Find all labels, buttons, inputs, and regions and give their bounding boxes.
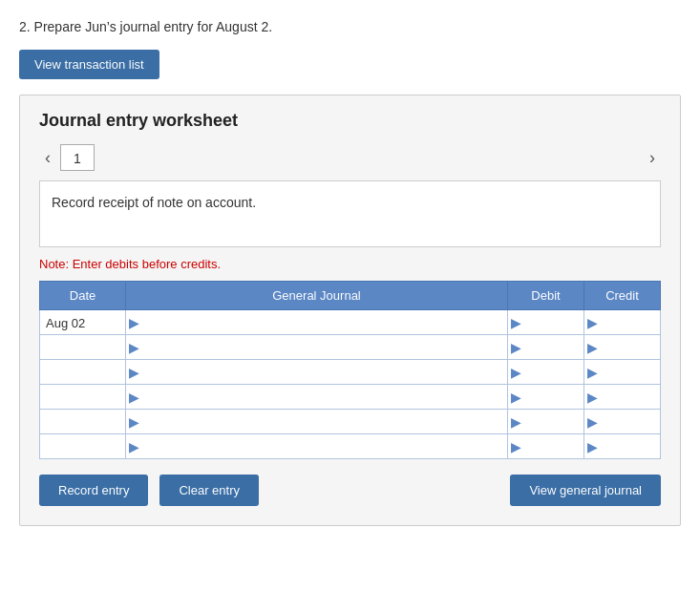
date-input[interactable] [40, 434, 125, 458]
row-arrow-icon: ▶ [126, 414, 142, 430]
prev-page-button[interactable]: ‹ [39, 146, 56, 170]
table-row: ▶▶▶ [40, 360, 661, 385]
general-journal-input[interactable] [142, 412, 507, 431]
debit-input[interactable] [524, 437, 583, 455]
buttons-row: Record entry Clear entry View general jo… [39, 475, 661, 506]
date-cell[interactable] [40, 360, 126, 385]
debit-cell[interactable]: ▶ [508, 310, 584, 335]
next-page-button[interactable]: › [644, 146, 661, 170]
general-journal-input[interactable] [142, 313, 507, 331]
date-input[interactable] [40, 335, 125, 359]
debit-arrow-icon: ▶ [508, 340, 524, 355]
worksheet-title: Journal entry worksheet [39, 111, 661, 131]
credit-arrow-icon: ▶ [584, 390, 601, 405]
header-debit: Debit [508, 282, 584, 310]
header-general-journal: General Journal [126, 282, 508, 310]
table-row: Aug 02▶▶▶ [40, 310, 661, 335]
row-arrow-icon: ▶ [126, 439, 142, 454]
row-arrow-icon: ▶ [126, 365, 142, 380]
date-input[interactable] [40, 360, 125, 384]
table-row: ▶▶▶ [40, 410, 661, 434]
debit-cell[interactable]: ▶ [508, 360, 584, 385]
worksheet-container: Journal entry worksheet ‹ 1 › Record rec… [19, 95, 681, 526]
general-journal-input[interactable] [142, 363, 507, 381]
debit-arrow-icon: ▶ [508, 414, 524, 430]
date-value: Aug 02 [40, 314, 91, 332]
clear-entry-button[interactable]: Clear entry [159, 475, 259, 506]
credit-cell[interactable]: ▶ [584, 335, 661, 360]
general-journal-input[interactable] [142, 388, 507, 406]
current-page: 1 [60, 144, 95, 171]
row-arrow-icon: ▶ [126, 315, 142, 330]
date-cell[interactable] [40, 335, 126, 360]
view-general-journal-button[interactable]: View general journal [510, 475, 661, 506]
debit-input[interactable] [524, 313, 583, 331]
journal-table: Date General Journal Debit Credit Aug 02… [39, 281, 661, 459]
credit-input[interactable] [601, 338, 660, 356]
general-journal-cell[interactable]: ▶ [126, 410, 508, 434]
credit-cell[interactable]: ▶ [584, 360, 661, 385]
credit-arrow-icon: ▶ [584, 340, 601, 355]
date-cell[interactable]: Aug 02 [40, 310, 126, 335]
general-journal-cell[interactable]: ▶ [126, 335, 508, 360]
nav-left: ‹ 1 [39, 144, 95, 171]
debit-input[interactable] [524, 388, 583, 406]
credit-cell[interactable]: ▶ [584, 434, 661, 459]
debit-arrow-icon: ▶ [508, 315, 524, 330]
row-arrow-icon: ▶ [126, 390, 142, 405]
debit-arrow-icon: ▶ [508, 439, 524, 454]
table-row: ▶▶▶ [40, 335, 661, 360]
row-arrow-icon: ▶ [126, 340, 142, 355]
nav-row: ‹ 1 › [39, 144, 661, 171]
credit-input[interactable] [601, 412, 660, 431]
table-row: ▶▶▶ [40, 434, 661, 459]
debit-cell[interactable]: ▶ [508, 385, 584, 410]
credit-arrow-icon: ▶ [584, 365, 601, 380]
header-credit: Credit [584, 282, 661, 310]
date-cell[interactable] [40, 434, 126, 459]
credit-input[interactable] [601, 388, 660, 406]
debit-input[interactable] [524, 363, 583, 381]
credit-cell[interactable]: ▶ [584, 385, 661, 410]
general-journal-cell[interactable]: ▶ [126, 310, 508, 335]
note-warning: Note: Enter debits before credits. [39, 257, 661, 271]
credit-arrow-icon: ▶ [584, 414, 601, 430]
debit-arrow-icon: ▶ [508, 390, 524, 405]
general-journal-input[interactable] [142, 338, 507, 356]
debit-arrow-icon: ▶ [508, 365, 524, 380]
credit-cell[interactable]: ▶ [584, 310, 661, 335]
general-journal-cell[interactable]: ▶ [126, 385, 508, 410]
credit-cell[interactable]: ▶ [584, 410, 661, 434]
date-input[interactable] [40, 410, 125, 433]
debit-input[interactable] [524, 338, 583, 356]
credit-arrow-icon: ▶ [584, 439, 601, 454]
view-transaction-button[interactable]: View transaction list [19, 50, 159, 79]
date-cell[interactable] [40, 385, 126, 410]
general-journal-cell[interactable]: ▶ [126, 360, 508, 385]
page-instruction: 2. Prepare Jun’s journal entry for Augus… [19, 19, 681, 34]
date-cell[interactable] [40, 410, 126, 434]
header-date: Date [40, 282, 126, 310]
debit-cell[interactable]: ▶ [508, 434, 584, 459]
general-journal-cell[interactable]: ▶ [126, 434, 508, 459]
table-row: ▶▶▶ [40, 385, 661, 410]
credit-input[interactable] [601, 437, 660, 455]
general-journal-input[interactable] [142, 437, 507, 455]
record-entry-button[interactable]: Record entry [39, 475, 148, 506]
credit-input[interactable] [601, 363, 660, 381]
debit-cell[interactable]: ▶ [508, 410, 584, 434]
credit-input[interactable] [601, 313, 660, 331]
note-box: Record receipt of note on account. [39, 180, 661, 247]
debit-cell[interactable]: ▶ [508, 335, 584, 360]
credit-arrow-icon: ▶ [584, 315, 601, 330]
debit-input[interactable] [524, 412, 583, 431]
date-input[interactable] [40, 385, 125, 409]
